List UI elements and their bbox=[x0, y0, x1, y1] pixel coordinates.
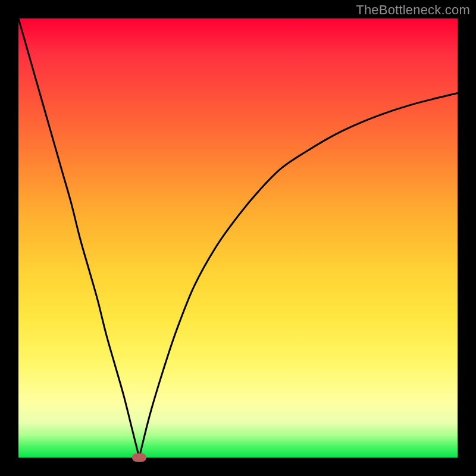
minimum-marker bbox=[132, 453, 146, 462]
chart-frame: TheBottleneck.com bbox=[0, 0, 476, 476]
gradient-background bbox=[18, 18, 458, 458]
watermark-text: TheBottleneck.com bbox=[356, 2, 470, 18]
